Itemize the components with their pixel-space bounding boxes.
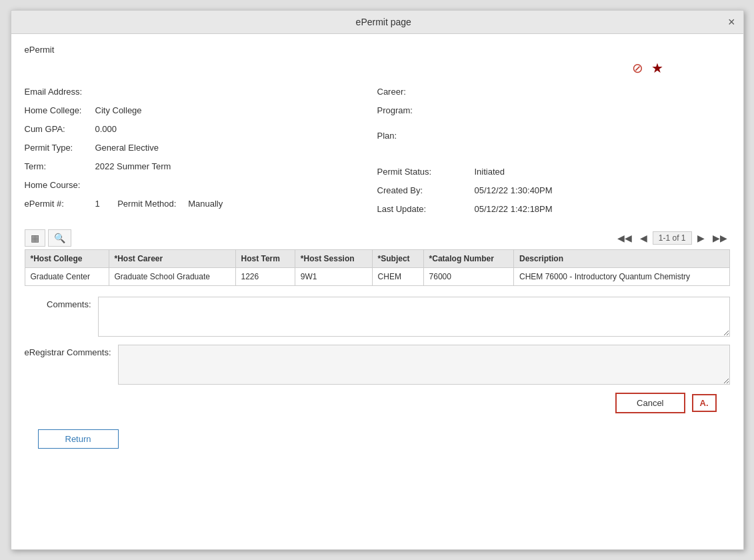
grid-icon: ▦ (31, 233, 39, 243)
fields-container: Email Address: Home College: City Colleg… (25, 87, 730, 219)
field-program: Program: (377, 105, 730, 120)
epermit-num-value: 1 (95, 199, 100, 209)
action-row: Cancel A. (25, 393, 730, 413)
icon-row: ⊘ ★ (25, 60, 730, 76)
cell-host-college: Graduate Center (25, 268, 109, 286)
search-icon: 🔍 (54, 233, 65, 243)
field-epermit-num: ePermit #: 1 Permit Method: Manually (25, 199, 377, 213)
term-label: Term: (25, 161, 91, 171)
comments-textarea[interactable] (98, 297, 730, 337)
grid-view-button[interactable]: ▦ (25, 229, 45, 247)
career-label: Career: (377, 87, 444, 97)
return-row: Return (25, 424, 730, 459)
field-term: Term: 2022 Summer Term (25, 161, 377, 176)
col-host-term: Host Term (235, 250, 295, 268)
first-page-button[interactable]: ◀◀ (615, 231, 635, 245)
eregistrar-comments-section: eRegistrar Comments: (25, 345, 730, 385)
field-permit-type: Permit Type: General Elective (25, 143, 377, 157)
cum-gpa-value: 0.000 (95, 124, 117, 134)
term-value: 2022 Summer Term (95, 161, 171, 171)
table-toolbar: ▦ 🔍 ◀◀ ◀ 1-1 of 1 ▶ ▶▶ (25, 229, 730, 247)
home-college-label: Home College: (25, 105, 91, 115)
field-career: Career: (377, 87, 730, 101)
col-host-college: *Host College (25, 250, 109, 268)
modal-body: ePermit ⊘ ★ Email Address: Home College:… (11, 34, 743, 549)
comments-label: Comments: (25, 297, 91, 309)
return-button[interactable]: Return (38, 429, 119, 449)
cell-description: CHEM 76000 - Introductory Quantum Chemis… (514, 268, 730, 286)
field-created-by: Created By: 05/12/22 1:30:40PM (377, 185, 730, 200)
table-header-row: *Host College *Host Career Host Term *Ho… (25, 250, 729, 268)
col-description: Description (514, 250, 730, 268)
cell-host-career: Graduate School Graduate (109, 268, 235, 286)
star-icon[interactable]: ★ (651, 60, 663, 76)
program-label: Program: (377, 105, 444, 115)
toolbar-left: ▦ 🔍 (25, 229, 71, 247)
pagination: ◀◀ ◀ 1-1 of 1 ▶ ▶▶ (615, 231, 730, 245)
plan-label: Plan: (377, 131, 444, 141)
cell-host-term: 1226 (235, 268, 295, 286)
eregistrar-comments-textarea[interactable] (118, 345, 730, 385)
home-college-value: City College (95, 105, 142, 115)
data-table: *Host College *Host Career Host Term *Ho… (25, 249, 730, 286)
field-permit-status: Permit Status: Initiated (377, 167, 730, 181)
created-by-value: 05/12/22 1:30:40PM (475, 185, 553, 195)
last-update-value: 05/12/22 1:42:18PM (475, 204, 553, 214)
field-plan: Plan: (377, 131, 730, 145)
epermit-label: ePermit (25, 45, 730, 55)
permit-type-value: General Elective (95, 143, 159, 153)
col-host-career: *Host Career (109, 250, 235, 268)
cancel-button[interactable]: Cancel (615, 393, 685, 413)
field-home-course: Home Course: (25, 180, 377, 195)
cell-host-session: 9W1 (295, 268, 372, 286)
prev-page-button[interactable]: ◀ (637, 231, 650, 245)
right-column: Career: Program: Plan: Permit Status: In… (377, 87, 730, 219)
col-subject: *Subject (372, 250, 423, 268)
last-update-label: Last Update: (377, 204, 451, 214)
cell-catalog-number: 76000 (423, 268, 513, 286)
cum-gpa-label: Cum GPA: (25, 124, 91, 134)
field-email: Email Address: (25, 87, 377, 101)
modal-title: ePermit page (39, 17, 728, 27)
field-last-update: Last Update: 05/12/22 1:42:18PM (377, 204, 730, 219)
page-indicator: 1-1 of 1 (653, 231, 692, 245)
epermit-num-label: ePermit #: (25, 199, 91, 209)
permit-method-value: Manually (188, 199, 223, 209)
next-page-button[interactable]: ▶ (695, 231, 707, 245)
modal-container: ePermit page × ePermit ⊘ ★ Email Address… (11, 10, 744, 550)
col-catalog-number: *Catalog Number (423, 250, 513, 268)
permit-type-label: Permit Type: (25, 143, 91, 153)
email-label: Email Address: (25, 87, 91, 97)
col-host-session: *Host Session (295, 250, 372, 268)
permit-method-label: Permit Method: (117, 199, 184, 209)
permit-status-label: Permit Status: (377, 167, 451, 177)
cell-subject: CHEM (372, 268, 423, 286)
left-column: Email Address: Home College: City Colleg… (25, 87, 377, 219)
modal-header: ePermit page × (11, 11, 743, 34)
search-button[interactable]: 🔍 (48, 229, 71, 247)
created-by-label: Created By: (377, 185, 451, 195)
annotation-a-label: A. (692, 394, 717, 412)
close-button[interactable]: × (728, 16, 735, 28)
home-course-label: Home Course: (25, 180, 91, 190)
comments-section: Comments: (25, 297, 730, 337)
eregistrar-comments-label: eRegistrar Comments: (25, 345, 111, 357)
table-row: Graduate Center Graduate School Graduate… (25, 268, 729, 286)
field-cum-gpa: Cum GPA: 0.000 (25, 124, 377, 139)
permit-status-value: Initiated (475, 167, 505, 177)
field-home-college: Home College: City College (25, 105, 377, 120)
ban-icon[interactable]: ⊘ (632, 60, 643, 76)
last-page-button[interactable]: ▶▶ (710, 231, 730, 245)
